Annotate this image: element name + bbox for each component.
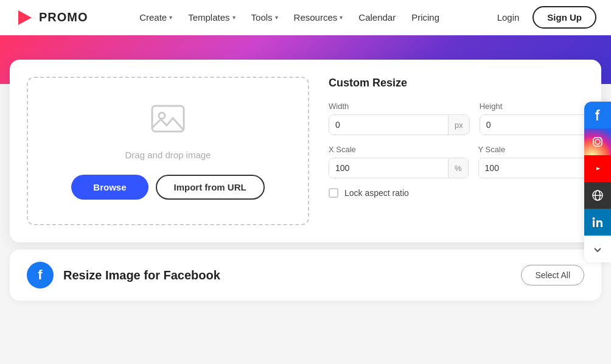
social-sidebar [584, 102, 611, 262]
select-all-button[interactable]: Select All [521, 265, 584, 285]
promo-logo-icon [15, 8, 34, 27]
xscale-input-wrap: % [329, 158, 469, 178]
bottom-title: Resize Image for Facebook [63, 268, 220, 282]
lock-aspect-row: Lock aspect ratio [329, 188, 584, 198]
more-social-button[interactable] [584, 236, 611, 262]
height-input[interactable] [480, 115, 599, 135]
facebook-logo: f [27, 262, 54, 289]
lock-aspect-label: Lock aspect ratio [344, 188, 409, 198]
nav-calendar[interactable]: Calendar [352, 9, 402, 26]
signup-button[interactable]: Sign Up [532, 6, 596, 29]
logo-text: PROMO [39, 10, 88, 24]
login-link[interactable]: Login [491, 9, 526, 26]
nav-resources[interactable]: Resources ▾ [288, 9, 349, 26]
bottom-left: f Resize Image for Facebook [27, 262, 220, 289]
chevron-down-icon: ▾ [340, 14, 343, 21]
nav-templates[interactable]: Templates ▾ [182, 9, 241, 26]
xscale-input[interactable] [329, 158, 448, 178]
linkedin-social-button[interactable] [584, 209, 611, 236]
chevron-down-icon: ▾ [169, 14, 172, 21]
width-input-wrap: px [329, 114, 470, 135]
bottom-section: f Resize Image for Facebook Select All [10, 250, 601, 301]
svg-rect-11 [593, 220, 595, 227]
xscale-label: X Scale [329, 145, 469, 154]
chevron-down-icon: ▾ [275, 14, 278, 21]
width-unit: px [448, 116, 469, 135]
facebook-social-button[interactable] [584, 102, 611, 128]
width-input[interactable] [329, 115, 448, 135]
svg-rect-1 [152, 106, 184, 131]
upload-text: Drag and drop image [125, 150, 211, 160]
svg-marker-0 [18, 10, 32, 25]
svg-point-4 [595, 139, 600, 144]
resize-scale-row: X Scale % Y Scale % [329, 145, 584, 178]
nav-pricing[interactable]: Pricing [405, 9, 445, 26]
xscale-field: X Scale % [329, 145, 469, 178]
upload-buttons: Browse Import from URL [71, 175, 264, 200]
chevron-down-icon: ▾ [232, 14, 236, 21]
main-content: Drag and drop image Browse Import from U… [0, 60, 611, 301]
instagram-social-button[interactable] [584, 128, 611, 155]
browse-button[interactable]: Browse [71, 175, 148, 200]
xscale-unit: % [448, 159, 468, 178]
resize-dimensions-row: Width px Height px [329, 102, 584, 135]
nav-links: Create ▾ Templates ▾ Tools ▾ Resources ▾… [133, 9, 445, 26]
svg-point-5 [600, 139, 601, 140]
lock-aspect-checkbox[interactable] [329, 188, 338, 198]
logo[interactable]: PROMO [15, 8, 88, 27]
yscale-input[interactable] [479, 158, 598, 178]
globe-social-button[interactable] [584, 182, 611, 209]
width-field: Width px [329, 102, 470, 135]
nav-tools[interactable]: Tools ▾ [245, 9, 284, 26]
nav-actions: Login Sign Up [491, 6, 596, 29]
resize-panel: Custom Resize Width px Height px [329, 77, 584, 225]
resize-title: Custom Resize [329, 77, 584, 89]
upload-area[interactable]: Drag and drop image Browse Import from U… [27, 77, 309, 225]
youtube-social-button[interactable] [584, 155, 611, 182]
tool-card: Drag and drop image Browse Import from U… [10, 60, 601, 242]
nav-create[interactable]: Create ▾ [133, 9, 178, 26]
import-url-button[interactable]: Import from URL [156, 175, 265, 200]
image-icon [150, 102, 186, 140]
svg-point-2 [159, 113, 165, 119]
navbar: PROMO Create ▾ Templates ▾ Tools ▾ Resou… [0, 0, 611, 35]
svg-point-12 [593, 217, 595, 220]
width-label: Width [329, 102, 470, 111]
